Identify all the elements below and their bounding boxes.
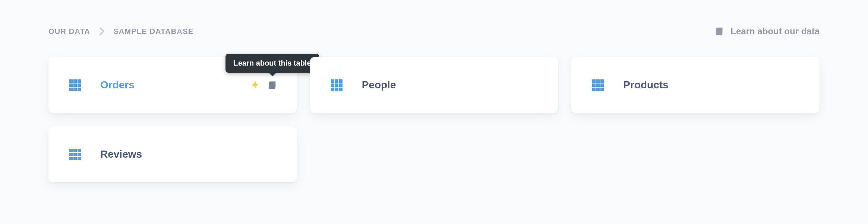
card-actions: Learn about this table [250, 79, 278, 91]
table-icon [69, 149, 81, 160]
table-icon [69, 79, 81, 91]
table-icon [331, 79, 343, 91]
learn-about-data-link[interactable]: Learn about our data [714, 26, 820, 37]
learn-link-label: Learn about our data [730, 26, 820, 37]
table-card-reviews[interactable]: Reviews [48, 126, 297, 182]
card-left: Products [592, 79, 668, 91]
book-icon [714, 26, 725, 37]
card-left: People [331, 79, 396, 91]
chevron-right-icon [99, 27, 104, 35]
page-container: OUR DATA SAMPLE DATABASE Learn about our… [0, 0, 868, 182]
table-card-orders[interactable]: Orders Learn about this table [48, 57, 297, 113]
table-title: Orders [100, 79, 135, 91]
card-left: Reviews [69, 148, 142, 160]
table-card-people[interactable]: People [310, 57, 558, 113]
table-title: Products [623, 79, 668, 91]
card-left: Orders [69, 79, 135, 91]
book-icon[interactable]: Learn about this table [267, 79, 278, 91]
breadcrumb: OUR DATA SAMPLE DATABASE [48, 27, 193, 36]
breadcrumb-current[interactable]: SAMPLE DATABASE [113, 27, 193, 36]
table-title: Reviews [100, 148, 142, 160]
table-title: People [362, 79, 396, 91]
table-icon [592, 79, 604, 91]
tooltip: Learn about this table [225, 54, 319, 73]
header-row: OUR DATA SAMPLE DATABASE Learn about our… [48, 26, 820, 37]
tables-grid: Orders Learn about this table People [48, 57, 820, 182]
bolt-icon[interactable] [250, 79, 260, 91]
breadcrumb-root[interactable]: OUR DATA [48, 27, 90, 36]
table-card-products[interactable]: Products [571, 57, 820, 113]
